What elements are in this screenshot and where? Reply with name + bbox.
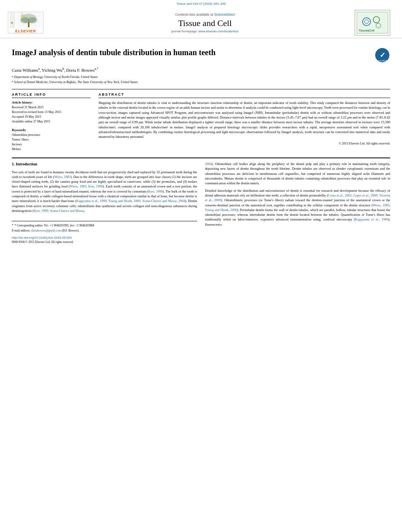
homepage-link[interactable]: www.elsevier.com/locate/tice bbox=[198, 30, 238, 33]
ref-costa-link[interactable]: Costa et al., 2002; Lopes et al., 2009; … bbox=[205, 193, 390, 202]
body-section: 1. Introduction Two sets of teeth are fo… bbox=[12, 161, 390, 245]
elsevier-logo-section: 🌿 ELSEVIER bbox=[8, 12, 55, 33]
tc-logo-section: Tissue&Cell bbox=[355, 10, 394, 35]
elsevier-logo-box: 🌿 ELSEVIER bbox=[8, 12, 43, 33]
ref-kerr1999-link[interactable]: Kerr, 1999 bbox=[148, 189, 163, 193]
main-content: ImageJ analysis of dentin tubule distrib… bbox=[0, 38, 402, 252]
keywords-label: Keywords: bbox=[12, 128, 91, 132]
keyword-3: Incisors bbox=[12, 142, 91, 147]
email-suffix: (D.F. Bowers). bbox=[62, 229, 79, 233]
copyright-line: © 2015 Elsevier Ltd. All rights reserved… bbox=[99, 142, 390, 145]
keywords-list: Odontoblast processes Tomes' fibers Inci… bbox=[12, 133, 91, 152]
body-divider bbox=[12, 158, 390, 158]
accepted-date: Accepted 19 May 2015 bbox=[12, 115, 91, 119]
tc-logo-box: Tissue&Cell bbox=[355, 10, 390, 35]
article-title-section: ImageJ analysis of dentin tubule distrib… bbox=[12, 47, 390, 63]
ref-2004-link[interactable]: 2004 bbox=[205, 162, 212, 166]
intro-section-title: Introduction bbox=[16, 162, 37, 166]
footnote-email: E-mail address: doriabowers@gmail.com (D… bbox=[12, 229, 197, 233]
ref-weiss-kerr-link[interactable]: Weiss, 1983; Kerr, 1999 bbox=[70, 184, 103, 188]
abstract-col: ABSTRACT Mapping the distribution of den… bbox=[99, 93, 390, 152]
svg-rect-1 bbox=[10, 13, 15, 28]
abstract-title: ABSTRACT bbox=[99, 93, 390, 98]
affiliation-a: a Department of Biology, University of N… bbox=[12, 75, 390, 79]
ref-weiss-young-link[interactable]: Weiss, 1983; Young and Heath, 2000 bbox=[205, 203, 390, 212]
footer-issn: 0040-8166/© 2015 Elsevier Ltd. All right… bbox=[12, 240, 197, 245]
doi-link[interactable]: http://dx.doi.org/10.1016/j.tice.2015.05… bbox=[12, 236, 72, 239]
sciencedirect-line: Contents lists available at ScienceDirec… bbox=[63, 13, 347, 17]
elsevier-label: ELSEVIER bbox=[15, 29, 36, 33]
keyword-4: Molars bbox=[12, 147, 91, 152]
footnote-star: * bbox=[12, 224, 13, 228]
svg-text:🌿: 🌿 bbox=[10, 22, 13, 24]
article-history-label: Article history: bbox=[12, 100, 91, 104]
article-title: ImageJ analysis of dentin tubule distrib… bbox=[12, 47, 370, 57]
crossmark-icon: ✓ CrossMark bbox=[374, 47, 390, 63]
crossmark-logo: ✓ CrossMark bbox=[374, 47, 390, 63]
svg-rect-7 bbox=[28, 22, 29, 27]
body-col-right: 2004). Odontoblast cell bodies align alo… bbox=[205, 161, 390, 245]
footer-doi-line: http://dx.doi.org/10.1016/j.tice.2015.05… bbox=[12, 235, 197, 240]
journal-header: 🌿 ELSEVIER bbox=[0, 7, 402, 38]
sciencedirect-link[interactable]: ScienceDirect bbox=[214, 13, 234, 17]
article-info-title: ARTICLE INFO bbox=[12, 93, 91, 98]
info-abstract-section: ARTICLE INFO Article history: Received 3… bbox=[12, 93, 390, 152]
intro-heading: 1. Introduction bbox=[12, 161, 197, 167]
journal-name-header: Tissue and Cell bbox=[63, 18, 347, 28]
ref-kagayama2-link[interactable]: Kagayama et al., 1999 bbox=[355, 217, 388, 221]
ref-weiss1983-link[interactable]: Weiss, 1983 bbox=[54, 175, 71, 179]
authors-line: Casia Williamsa, Yiching Wub, Doria F. B… bbox=[12, 67, 390, 72]
journal-ref-link[interactable]: Tissue and Cell 47 (2015) 343–348 bbox=[177, 2, 226, 6]
svg-text:✓: ✓ bbox=[380, 51, 385, 59]
intro-paragraph-2: 2004). Odontoblast cell bodies align alo… bbox=[205, 161, 390, 186]
ref-kagayama-link[interactable]: Kagayama et al., 1999; Young and Heath, … bbox=[76, 199, 185, 203]
received-date: Received 31 March 2015 bbox=[12, 105, 91, 110]
journal-homepage-line: journal homepage: www.elsevier.com/locat… bbox=[63, 30, 347, 33]
affiliations: a Department of Biology, University of N… bbox=[12, 75, 390, 84]
intro-section-number: 1. bbox=[12, 162, 15, 166]
intro-paragraph-3: Detailed knowledge of the distribution a… bbox=[205, 188, 390, 227]
svg-text:CrossMark: CrossMark bbox=[378, 59, 387, 62]
section-divider-top bbox=[12, 89, 390, 89]
page-wrapper: Tissue and Cell 47 (2015) 343–348 🌿 bbox=[0, 0, 402, 532]
body-col-left: 1. Introduction Two sets of teeth are fo… bbox=[12, 161, 197, 245]
info-dates: Received 31 March 2015 Received in revis… bbox=[12, 105, 91, 124]
article-footer: * * Corresponding author. Tel.: +1 90462… bbox=[12, 221, 197, 244]
keyword-2: Tomes' fibers bbox=[12, 137, 91, 142]
corresponding-text: * Corresponding author. Tel.: +1 9046201… bbox=[15, 224, 95, 228]
svg-text:Tissue&Cell: Tissue&Cell bbox=[359, 29, 374, 32]
ref-kerr-arana-link[interactable]: Kerr, 1999; Arana-Chavez and Massa, bbox=[34, 209, 85, 213]
article-info-col: ARTICLE INFO Article history: Received 3… bbox=[12, 93, 91, 152]
abstract-text: Mapping the distribution of dentin tubul… bbox=[99, 100, 390, 139]
email-label: E-mail address: bbox=[12, 229, 30, 233]
tissue-cell-logo-icon: Tissue&Cell bbox=[357, 12, 388, 33]
revised-date: Received in revised form 13 May 2015 bbox=[12, 110, 91, 115]
available-date: Available online 27 May 2015 bbox=[12, 119, 91, 124]
elsevier-tree-icon: 🌿 bbox=[9, 12, 43, 28]
journal-header-center: Contents lists available at ScienceDirec… bbox=[55, 13, 355, 33]
intro-paragraph-1: Two sets of teeth are found in humans; t… bbox=[12, 170, 197, 213]
footnote-corresponding: * * Corresponding author. Tel.: +1 90462… bbox=[12, 224, 197, 228]
email-link[interactable]: doriabowers@gmail.com bbox=[31, 229, 61, 233]
affiliation-b: b School of Dental Medicine, University … bbox=[12, 80, 390, 84]
keyword-1: Odontoblast processes bbox=[12, 133, 91, 137]
